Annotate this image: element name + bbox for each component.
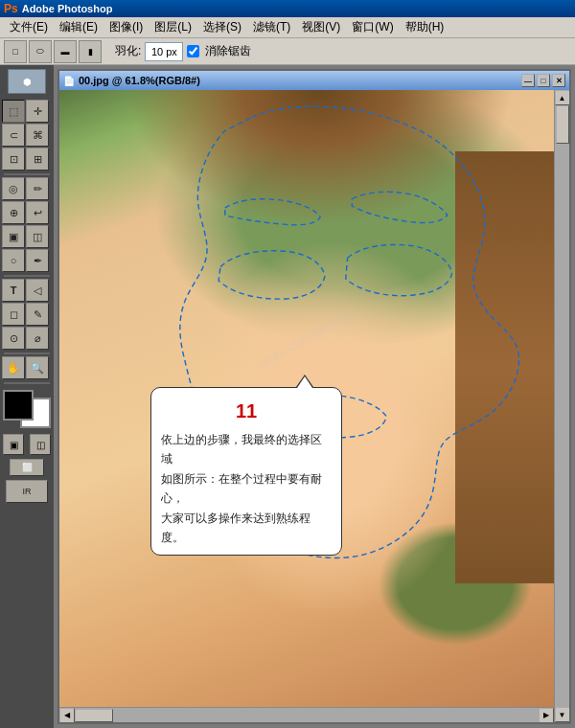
- tool-magic-wand[interactable]: ⌘: [26, 124, 49, 147]
- menu-filter[interactable]: 滤镜(T): [247, 17, 296, 37]
- tool-dodge[interactable]: ○: [2, 249, 25, 272]
- tool-row-8: T ◁: [2, 279, 52, 302]
- bubble-text: 依上边的步骤，我最终的选择区域 如图所示：在整个过程中要有耐心， 大家可以多操作…: [161, 433, 322, 544]
- tool-shape-round[interactable]: ⬭: [29, 40, 52, 63]
- imageready-jump[interactable]: IR: [6, 480, 48, 503]
- tool-heal[interactable]: ◎: [2, 177, 25, 200]
- tool-shape-col[interactable]: ▮: [79, 40, 102, 63]
- menu-file[interactable]: 文件(E): [4, 17, 54, 37]
- tool-hand[interactable]: ✋: [2, 356, 25, 379]
- tool-row-3: ⊡ ⊞: [2, 148, 52, 171]
- doc-inner: www.chinaps.com .sel-line { fill: none; …: [59, 90, 554, 722]
- bubble-number: 11: [161, 396, 332, 426]
- hair-right: [455, 151, 554, 583]
- tool-row-7: ○ ✒: [2, 249, 52, 272]
- app-icon: Ps: [4, 2, 18, 15]
- doc-content: www.chinaps.com .sel-line { fill: none; …: [59, 90, 569, 722]
- feather-input[interactable]: [145, 42, 183, 61]
- doc-title-buttons: — □ ✕: [521, 74, 565, 87]
- tool-separator-3: [4, 353, 50, 354]
- tool-lasso[interactable]: ⊂: [2, 124, 25, 147]
- tool-brush[interactable]: ✏: [26, 177, 49, 200]
- canvas-area: 📄 00.jpg @ 61.8%(RGB/8#) — □ ✕: [54, 65, 575, 728]
- tool-shape-rect[interactable]: □: [4, 40, 27, 63]
- tool-row-10: ⊙ ⌀: [2, 327, 52, 350]
- menu-select[interactable]: 选择(S): [197, 17, 247, 37]
- tool-path-select[interactable]: ◁: [26, 279, 49, 302]
- menu-view[interactable]: 视图(V): [296, 17, 346, 37]
- scroll-track-h[interactable]: [75, 708, 539, 723]
- quick-mask-mode[interactable]: ◫: [30, 434, 51, 455]
- foreground-color[interactable]: [3, 390, 34, 421]
- scrollbar-vertical: ▲ ▼: [554, 90, 569, 722]
- tool-separator-1: [4, 173, 50, 175]
- tool-pen[interactable]: ✒: [26, 249, 49, 272]
- scroll-thumb-h[interactable]: [75, 709, 113, 722]
- mode-icons: ▣ ◫: [3, 434, 51, 455]
- tool-separator-4: [4, 382, 50, 384]
- scroll-left-btn[interactable]: ◀: [59, 708, 75, 723]
- tool-text[interactable]: T: [2, 279, 25, 302]
- tool-clone[interactable]: ⊕: [2, 201, 25, 224]
- tool-eraser[interactable]: ▣: [2, 225, 25, 248]
- menu-help[interactable]: 帮助(H): [400, 17, 450, 37]
- anti-alias-label: 消除锯齿: [205, 43, 251, 59]
- scroll-up-btn[interactable]: ▲: [555, 90, 570, 105]
- speech-bubble: 11 依上边的步骤，我最终的选择区域 如图所示：在整个过程中要有耐心， 大家可以…: [150, 387, 342, 556]
- title-bar: Ps Adobe Photoshop: [0, 0, 575, 17]
- tool-zoom[interactable]: 🔍: [26, 356, 49, 379]
- menu-image[interactable]: 图像(I): [104, 17, 149, 37]
- scrollbar-horizontal: ◀ ▶: [59, 707, 554, 722]
- doc-title-bar: 📄 00.jpg @ 61.8%(RGB/8#) — □ ✕: [59, 71, 569, 90]
- main-area: ⬢ ⬚ ✛ ⊂ ⌘ ⊡ ⊞ ◎ ✏ ⊕ ↩ ▣ ◫ ○ ✒: [0, 65, 575, 728]
- feather-label: 羽化:: [115, 43, 141, 59]
- image-canvas: www.chinaps.com .sel-line { fill: none; …: [59, 90, 554, 707]
- toolbox: ⬢ ⬚ ✛ ⊂ ⌘ ⊡ ⊞ ◎ ✏ ⊕ ↩ ▣ ◫ ○ ✒: [0, 65, 54, 728]
- tool-row-6: ▣ ◫: [2, 225, 52, 248]
- doc-window: 📄 00.jpg @ 61.8%(RGB/8#) — □ ✕: [58, 69, 571, 724]
- anti-alias-checkbox[interactable]: [187, 45, 199, 57]
- tool-row-11: ✋ 🔍: [2, 356, 52, 379]
- menu-layer[interactable]: 图层(L): [149, 17, 197, 37]
- tool-options-icon: ⬢: [8, 69, 46, 94]
- tool-slice[interactable]: ⊞: [26, 148, 49, 171]
- tool-row-1: ⬚ ✛: [2, 100, 52, 123]
- scroll-thumb-v[interactable]: [556, 105, 569, 144]
- scroll-down-btn[interactable]: ▼: [555, 707, 570, 722]
- tool-measure[interactable]: ⌀: [26, 327, 49, 350]
- menu-bar: 文件(E) 编辑(E) 图像(I) 图层(L) 选择(S) 滤镜(T) 视图(V…: [0, 17, 575, 38]
- tool-row-2: ⊂ ⌘: [2, 124, 52, 147]
- tool-history-brush[interactable]: ↩: [26, 201, 49, 224]
- tool-row-4: ◎ ✏: [2, 177, 52, 200]
- tool-crop[interactable]: ⊡: [2, 148, 25, 171]
- tool-move[interactable]: ✛: [26, 100, 49, 123]
- tool-row-5: ⊕ ↩: [2, 201, 52, 224]
- doc-title: 00.jpg @ 61.8%(RGB/8#): [79, 75, 200, 86]
- standard-mode[interactable]: ▣: [3, 434, 24, 455]
- tool-eyedropper[interactable]: ⊙: [2, 327, 25, 350]
- tool-notes[interactable]: ✎: [26, 303, 49, 326]
- screen-mode[interactable]: ⬜: [10, 459, 44, 476]
- tool-marquee[interactable]: ⬚: [2, 100, 25, 123]
- tool-row-9: ◻ ✎: [2, 303, 52, 326]
- doc-close-btn[interactable]: ✕: [552, 74, 565, 87]
- tool-shape[interactable]: ◻: [2, 303, 25, 326]
- tool-separator-2: [4, 275, 50, 277]
- tool-shape-row[interactable]: ▬: [54, 40, 77, 63]
- options-bar: □ ⬭ ▬ ▮ 羽化: 消除锯齿: [0, 38, 575, 65]
- menu-window[interactable]: 窗口(W): [346, 17, 399, 37]
- doc-maximize-btn[interactable]: □: [537, 74, 550, 87]
- tool-gradient[interactable]: ◫: [26, 225, 49, 248]
- scroll-track-v[interactable]: [555, 105, 570, 707]
- doc-minimize-btn[interactable]: —: [521, 74, 535, 87]
- scroll-right-btn[interactable]: ▶: [539, 708, 554, 723]
- app-title: Adobe Photoshop: [22, 3, 113, 14]
- menu-edit[interactable]: 编辑(E): [54, 17, 104, 37]
- color-boxes: [3, 390, 51, 428]
